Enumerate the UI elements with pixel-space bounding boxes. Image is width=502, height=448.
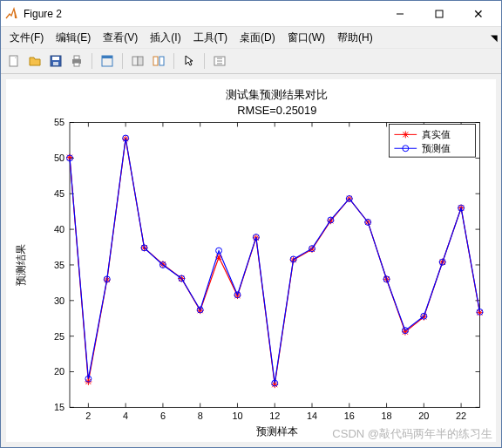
- window-title: Figure 2: [24, 8, 380, 20]
- svg-rect-7: [74, 56, 79, 59]
- legend[interactable]: 真实值 预测值: [389, 125, 475, 158]
- x-axis-label: 预测样本: [256, 425, 298, 438]
- legend-series1: 真实值: [422, 129, 451, 139]
- svg-text:30: 30: [54, 295, 64, 306]
- client-area: 246810121416182022152025303540455055 测试集…: [1, 74, 501, 447]
- svg-text:50: 50: [54, 153, 64, 163]
- dock-button[interactable]: [98, 51, 117, 71]
- svg-rect-5: [53, 62, 58, 65]
- svg-text:4: 4: [123, 411, 128, 421]
- menu-window[interactable]: 窗口(W): [282, 29, 330, 47]
- legend-series2: 预测值: [422, 143, 451, 153]
- svg-text:14: 14: [307, 411, 317, 421]
- svg-rect-4: [52, 57, 59, 60]
- y-axis-label: 预测结果: [15, 244, 27, 286]
- insert-toolbar-button[interactable]: [210, 51, 229, 71]
- minimize-button[interactable]: [380, 1, 419, 27]
- svg-text:18: 18: [381, 411, 391, 421]
- matlab-icon: [4, 7, 18, 21]
- menu-desktop[interactable]: 桌面(D): [234, 29, 281, 47]
- axes[interactable]: 246810121416182022152025303540455055 测试集…: [6, 79, 496, 442]
- linked-axes-button[interactable]: [149, 51, 168, 71]
- chart-title: 测试集预测结果对比: [226, 88, 328, 101]
- menu-file[interactable]: 文件(F): [4, 29, 49, 47]
- svg-text:55: 55: [54, 117, 64, 127]
- close-button[interactable]: ✕: [458, 1, 498, 27]
- title-bar[interactable]: Figure 2 ✕: [1, 1, 501, 27]
- save-button[interactable]: [46, 51, 65, 71]
- svg-rect-12: [138, 57, 143, 65]
- chart-subtitle: RMSE=0.25019: [237, 104, 316, 117]
- svg-rect-19: [70, 123, 479, 408]
- svg-text:15: 15: [54, 402, 64, 412]
- toolbar-separator: [122, 53, 123, 69]
- svg-rect-11: [132, 57, 138, 65]
- toolbar-separator: [173, 53, 174, 69]
- toolbar-overflow-icon[interactable]: ◥: [491, 33, 498, 43]
- menu-edit[interactable]: 编辑(E): [51, 29, 96, 47]
- print-button[interactable]: [67, 51, 86, 71]
- toolbar-separator: [92, 53, 92, 69]
- svg-text:2: 2: [85, 411, 91, 421]
- menu-help[interactable]: 帮助(H): [332, 29, 378, 47]
- open-button[interactable]: [25, 51, 44, 71]
- svg-rect-13: [153, 57, 158, 65]
- svg-text:35: 35: [54, 260, 64, 270]
- svg-text:45: 45: [54, 188, 64, 199]
- svg-rect-14: [159, 57, 164, 65]
- svg-text:8: 8: [198, 411, 203, 421]
- svg-rect-8: [74, 63, 79, 66]
- svg-text:10: 10: [232, 411, 242, 421]
- svg-text:20: 20: [54, 366, 64, 377]
- menu-insert[interactable]: 插入(I): [145, 29, 186, 47]
- svg-text:12: 12: [269, 411, 280, 421]
- svg-rect-1: [436, 10, 443, 17]
- svg-text:6: 6: [160, 411, 166, 421]
- svg-text:22: 22: [456, 411, 466, 421]
- dock-window-button[interactable]: [128, 51, 147, 71]
- menu-view[interactable]: 查看(V): [98, 29, 143, 47]
- new-figure-button[interactable]: [4, 51, 24, 71]
- svg-rect-10: [102, 56, 112, 58]
- figure-toolbar: [1, 48, 501, 74]
- svg-text:20: 20: [418, 411, 429, 421]
- svg-text:40: 40: [54, 224, 64, 234]
- maximize-button[interactable]: [419, 1, 458, 27]
- menu-tools[interactable]: 工具(T): [188, 29, 233, 47]
- svg-text:16: 16: [344, 411, 355, 421]
- svg-text:25: 25: [54, 331, 64, 342]
- menu-bar: 文件(F) 编辑(E) 查看(V) 插入(I) 工具(T) 桌面(D) 窗口(W…: [1, 27, 501, 48]
- figure-window: Figure 2 ✕ 文件(F) 编辑(E) 查看(V) 插入(I) 工具(T)…: [0, 0, 502, 448]
- cursor-button[interactable]: [180, 51, 199, 71]
- toolbar-separator: [204, 53, 205, 69]
- chart-svg: 246810121416182022152025303540455055 测试集…: [6, 79, 496, 442]
